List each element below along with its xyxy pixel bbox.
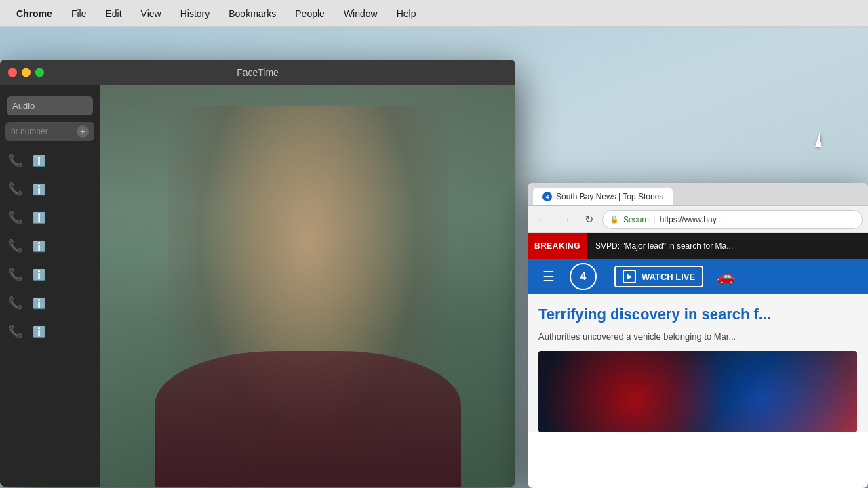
news-logo: 4 xyxy=(570,263,597,290)
secure-label: Secure xyxy=(623,215,649,224)
hamburger-menu[interactable]: ☰ xyxy=(534,268,563,285)
breaking-text: SVPD: "Major lead" in search for Ma... xyxy=(587,241,741,251)
watch-live-label: WATCH LIVE xyxy=(642,272,695,282)
watch-live-button[interactable]: ▶ WATCH LIVE xyxy=(614,266,703,287)
menu-window[interactable]: Window xyxy=(334,8,387,19)
contact-row: 📞 ℹ️ xyxy=(0,232,100,260)
address-bar[interactable]: 🔒 Secure | https://www.bay... xyxy=(602,210,863,229)
browser-tab-active[interactable]: 4 South Bay News | Top Stories xyxy=(533,188,673,205)
minimize-button[interactable] xyxy=(22,68,31,77)
browser-nav: ← → ↻ 🔒 Secure | https://www.bay... xyxy=(528,206,868,233)
news-image-overlay xyxy=(538,351,857,432)
contact-row: 📞 ℹ️ xyxy=(0,260,100,289)
maximize-button[interactable] xyxy=(35,68,44,77)
contact-row: 📞 ℹ️ xyxy=(0,146,100,175)
phone-icon[interactable]: 📞 xyxy=(8,296,23,310)
info-icon[interactable]: ℹ️ xyxy=(33,325,46,338)
news-headline[interactable]: Terrifying discovery in search f... xyxy=(538,305,857,325)
phone-icon[interactable]: 📞 xyxy=(8,210,23,225)
facetime-window: FaceTime Audio or number + 📞 ℹ️ 📞 ℹ️ 📞 ℹ… xyxy=(0,60,515,487)
facetime-video xyxy=(100,85,515,487)
info-icon[interactable]: ℹ️ xyxy=(33,268,46,281)
phone-icon[interactable]: 📞 xyxy=(8,267,23,282)
tab-title: South Bay News | Top Stories xyxy=(556,192,663,201)
add-button[interactable]: + xyxy=(77,125,89,138)
info-icon[interactable]: ℹ️ xyxy=(33,240,46,253)
news-image xyxy=(538,351,857,432)
breaking-news-banner: BREAKING SVPD: "Major lead" in search fo… xyxy=(528,233,868,259)
info-icon[interactable]: ℹ️ xyxy=(33,155,46,167)
browser-window: 4 South Bay News | Top Stories ← → ↻ 🔒 S… xyxy=(528,183,868,488)
close-button[interactable] xyxy=(8,68,17,77)
reload-button[interactable]: ↻ xyxy=(579,210,598,229)
phone-icon[interactable]: 📞 xyxy=(8,182,23,197)
menu-people[interactable]: People xyxy=(285,8,334,19)
search-input-row[interactable]: or number + xyxy=(5,122,94,141)
info-icon[interactable]: ℹ️ xyxy=(33,297,46,310)
contact-row: 📞 ℹ️ xyxy=(0,203,100,232)
menu-edit[interactable]: Edit xyxy=(96,8,131,19)
play-icon: ▶ xyxy=(623,270,636,283)
address-url: https://www.bay... xyxy=(660,215,723,224)
phone-icon[interactable]: 📞 xyxy=(8,153,23,168)
info-icon[interactable]: ℹ️ xyxy=(33,211,46,224)
tab-favicon: 4 xyxy=(542,192,552,201)
forward-button[interactable]: → xyxy=(556,210,575,229)
menu-chrome[interactable]: Chrome xyxy=(7,8,62,19)
lock-icon: 🔒 xyxy=(610,215,619,224)
phone-icon[interactable]: 📞 xyxy=(8,239,23,253)
facetime-sidebar: Audio or number + 📞 ℹ️ 📞 ℹ️ 📞 ℹ️ 📞 ℹ️ 📞 … xyxy=(0,85,100,487)
menu-bookmarks[interactable]: Bookmarks xyxy=(219,8,285,19)
menu-view[interactable]: View xyxy=(132,8,171,19)
person-shirt xyxy=(155,351,461,487)
window-controls xyxy=(8,68,44,77)
facetime-titlebar: FaceTime xyxy=(0,60,515,85)
breaking-label: BREAKING xyxy=(528,233,587,259)
menu-history[interactable]: History xyxy=(171,8,220,19)
menu-file[interactable]: File xyxy=(62,8,96,19)
car-icon: 🚗 xyxy=(717,268,735,285)
contact-row: 📞 ℹ️ xyxy=(0,317,100,346)
news-subtext: Authorities uncovered a vehicle belongin… xyxy=(538,330,857,344)
news-content: Terrifying discovery in search f... Auth… xyxy=(528,294,868,432)
facetime-title: FaceTime xyxy=(237,67,279,78)
browser-tab-bar: 4 South Bay News | Top Stories xyxy=(528,183,868,206)
sidebar-tab-audio[interactable]: Audio xyxy=(7,96,93,115)
search-placeholder: or number xyxy=(11,127,73,136)
address-separator: | xyxy=(653,214,656,225)
menu-bar: Chrome File Edit View History Bookmarks … xyxy=(0,0,868,27)
phone-icon[interactable]: 📞 xyxy=(8,324,23,339)
info-icon[interactable]: ℹ️ xyxy=(33,183,46,196)
back-button[interactable]: ← xyxy=(533,210,552,229)
contact-row: 📞 ℹ️ xyxy=(0,289,100,317)
menu-help[interactable]: Help xyxy=(387,8,426,19)
contact-row: 📞 ℹ️ xyxy=(0,175,100,203)
news-nav-bar: ☰ 4 ▶ WATCH LIVE 🚗 xyxy=(528,259,868,294)
